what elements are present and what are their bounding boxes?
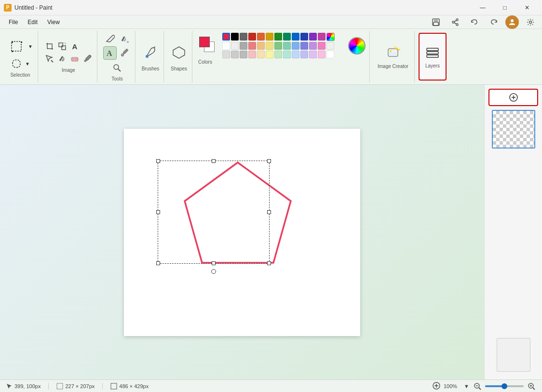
color-palegreen[interactable] [274, 51, 282, 58]
color-palefuchsia[interactable] [318, 51, 325, 58]
color-lightblue[interactable] [292, 42, 299, 50]
color-green[interactable] [274, 33, 282, 41]
color-lightgray1[interactable] [231, 42, 239, 50]
pencil-button[interactable] [103, 32, 117, 45]
selection-type-button[interactable] [10, 58, 23, 69]
svg-line-7 [454, 23, 456, 24]
canvas[interactable] [124, 129, 360, 336]
color-medgray[interactable] [240, 42, 247, 50]
color-lightgreen[interactable] [274, 42, 282, 50]
color-palepeach[interactable] [257, 51, 265, 58]
menu-edit[interactable]: Edit [23, 18, 42, 27]
color-hotpink[interactable] [318, 42, 325, 50]
undo-button[interactable] [467, 14, 482, 30]
zoom-in-button[interactable] [527, 381, 536, 391]
color-lightteal[interactable] [283, 42, 291, 50]
selection-group: ▼ ▼ Selection [3, 31, 38, 82]
selection-tool-button[interactable] [7, 36, 26, 57]
color-lightred[interactable] [248, 42, 256, 50]
color-lavender[interactable] [300, 42, 308, 50]
svg-point-4 [452, 21, 454, 23]
close-button[interactable]: ✕ [516, 0, 538, 15]
svg-rect-34 [427, 48, 438, 51]
color-purple[interactable] [309, 33, 317, 41]
text-button[interactable]: A [69, 41, 81, 52]
toolbar: ▼ ▼ Selection A [0, 29, 542, 84]
selection-dropdown[interactable]: ▼ [27, 36, 34, 57]
color-palelavender[interactable] [300, 51, 308, 58]
color-lightgray3[interactable] [231, 51, 239, 58]
crop-button[interactable] [44, 41, 55, 52]
image-creator-label: Image Creator [378, 64, 408, 69]
magic-select-button[interactable] [44, 53, 55, 65]
layer-thumbnail-2[interactable] [497, 338, 530, 372]
menu-file[interactable]: File [4, 18, 23, 27]
zoom-tool-button[interactable] [110, 62, 124, 73]
more-colors-button[interactable] [326, 33, 335, 41]
save-button[interactable] [428, 14, 444, 30]
shapes-main-button[interactable] [170, 42, 188, 63]
image-creator-group[interactable]: Image Creator [372, 31, 415, 82]
redo-button[interactable] [486, 14, 501, 30]
color-paleyellow[interactable] [266, 51, 273, 58]
brushes-main-button[interactable] [141, 42, 160, 63]
maximize-button[interactable]: □ [494, 0, 516, 15]
svg-line-22 [111, 37, 113, 39]
shapes-label: Shapes [171, 66, 187, 71]
menu-view[interactable]: View [42, 18, 65, 27]
color-lightorange[interactable] [257, 42, 265, 50]
color-wheel-button[interactable] [348, 37, 366, 54]
color-palepink[interactable] [248, 51, 256, 58]
color-paleblue[interactable] [292, 51, 299, 58]
color-red[interactable] [222, 33, 230, 41]
eyedrop-tool-button[interactable] [118, 46, 131, 60]
svg-point-25 [122, 54, 124, 56]
zoom-dropdown[interactable]: ▼ [464, 383, 470, 389]
add-layer-button[interactable] [488, 89, 538, 106]
brushes-label: Brushes [142, 66, 160, 71]
color-lightyellow[interactable] [266, 42, 273, 50]
svg-rect-15 [62, 46, 66, 50]
user-avatar[interactable] [505, 15, 519, 29]
zoom-slider-thumb[interactable] [501, 383, 507, 389]
color-orange[interactable] [257, 33, 265, 41]
color-pink[interactable] [318, 33, 325, 41]
canvas-dimensions: 486 × 429px [119, 383, 149, 389]
svg-line-28 [153, 47, 155, 48]
zoom-out-button[interactable] [473, 381, 482, 391]
selection-size-icon [56, 383, 63, 390]
color-lightgray2[interactable] [222, 51, 230, 58]
zoom-fit-button[interactable] [432, 381, 441, 391]
eyedropper-button[interactable] [81, 53, 93, 65]
color-paleteal[interactable] [283, 51, 291, 58]
color-verylightgray[interactable] [326, 42, 334, 50]
color-darkblue[interactable] [300, 33, 308, 41]
resize-button[interactable] [56, 41, 68, 52]
color-yellow[interactable] [266, 33, 273, 41]
fill-tool-button[interactable] [118, 32, 131, 45]
color-blue[interactable] [292, 33, 299, 41]
layer-thumbnail-1[interactable] [492, 110, 535, 149]
color-palepurple[interactable] [309, 51, 317, 58]
color-black[interactable] [231, 33, 239, 41]
color-gray[interactable] [240, 33, 247, 41]
settings-button[interactable] [523, 14, 538, 30]
color-lightpurple[interactable] [309, 42, 317, 50]
svg-line-27 [118, 69, 121, 71]
layers-group[interactable]: Layers [419, 33, 447, 81]
canvas-area[interactable] [0, 85, 484, 379]
share-button[interactable] [447, 14, 463, 30]
color-lightgray4[interactable] [240, 51, 247, 58]
zoom-slider[interactable] [485, 385, 524, 387]
color-white2[interactable] [326, 51, 334, 58]
eraser-button[interactable] [69, 53, 81, 65]
color-white[interactable] [222, 42, 230, 50]
svg-rect-2 [434, 22, 438, 26]
foreground-color-swatch[interactable] [199, 37, 210, 47]
selection-type-dropdown[interactable]: ▼ [24, 58, 31, 69]
color-darkred[interactable] [248, 33, 256, 41]
fill-button[interactable] [56, 53, 68, 65]
minimize-button[interactable]: — [472, 0, 494, 15]
color-teal[interactable] [283, 33, 291, 41]
text-tool-button[interactable]: A [103, 46, 117, 60]
